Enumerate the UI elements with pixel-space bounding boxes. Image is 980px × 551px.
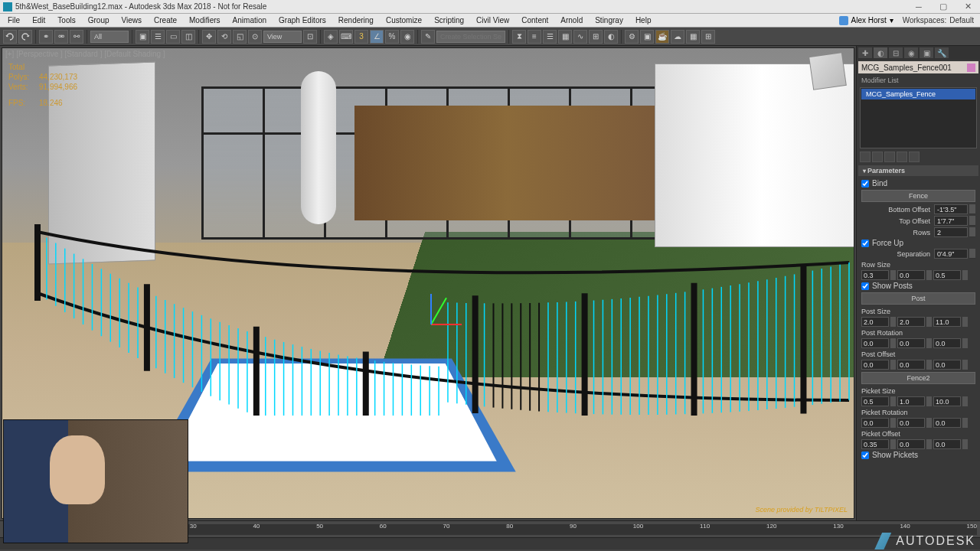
render-setup-button[interactable]: ⚙ [625,30,639,44]
show-result-button[interactable] [872,152,883,162]
layers-button[interactable]: ☰ [543,30,557,44]
workspace-selector[interactable]: Workspaces: Default [898,16,978,24]
fence2-button[interactable]: Fence2 [861,372,975,384]
modify-tab[interactable]: ◐ [874,47,887,58]
showpickets-checkbox[interactable]: Show Pickets [861,450,975,460]
render-a360-button[interactable]: ☁ [671,30,684,44]
picketsize-z[interactable] [933,396,961,406]
picketrot-z[interactable] [933,418,961,428]
render-online-button[interactable]: ⊞ [701,30,715,44]
postrot-z[interactable] [933,338,961,348]
postoff-y[interactable] [897,360,925,370]
rowsize-x[interactable] [861,270,889,280]
parameters-rollout[interactable]: Parameters [858,165,978,176]
picketoff-z[interactable] [933,439,961,449]
edit-named-sel-button[interactable]: ✎ [421,30,435,44]
menu-arnold[interactable]: Arnold [554,16,589,24]
window-crossing-button[interactable]: ◫ [181,30,195,44]
object-color-swatch[interactable] [967,64,975,72]
postsize-z[interactable] [933,317,961,327]
menu-create[interactable]: Create [148,16,183,24]
configure-button[interactable] [909,152,920,162]
percent-snap-button[interactable]: % [385,30,399,44]
render-button[interactable]: ☕ [655,30,669,44]
postsize-x[interactable] [861,317,889,327]
select-object-button[interactable]: ▣ [136,30,149,44]
user-account[interactable]: Alex Horst ▾ [835,16,898,25]
close-button[interactable]: ✕ [959,2,977,11]
unlink-button[interactable]: ⚮ [54,30,68,44]
curve-editor-button[interactable]: ∿ [573,30,587,44]
fence-button[interactable]: Fence [861,190,975,202]
motion-tab[interactable]: ◉ [904,47,918,58]
postoff-x[interactable] [861,360,889,370]
spinner-snap-button[interactable]: ◉ [400,30,414,44]
spinner[interactable] [969,216,975,226]
use-center-button[interactable]: ⊡ [303,30,317,44]
menu-scripting[interactable]: Scripting [428,16,470,24]
picketrot-x[interactable] [861,418,889,428]
menu-grapheditors[interactable]: Graph Editors [273,16,332,24]
picketsize-y[interactable] [897,396,925,406]
rowsize-y[interactable] [897,270,925,280]
picketrot-y[interactable] [897,418,925,428]
open-a360-button[interactable]: ▦ [686,30,700,44]
viewport-label[interactable]: [+] [Perspective ] [Standard ] [Default … [5,50,165,58]
menu-tools[interactable]: Tools [51,16,81,24]
mirror-button[interactable]: ⧗ [512,30,526,44]
viewcube[interactable] [808,52,847,90]
select-rect-button[interactable]: ▭ [166,30,180,44]
postrot-y[interactable] [897,338,925,348]
modifier-item[interactable]: MCG_Samples_Fence [861,89,975,99]
snap-button[interactable]: 3 [354,30,368,44]
angle-snap-button[interactable]: ∠ [370,30,384,44]
scale-button[interactable]: ◱ [233,30,247,44]
postoff-z[interactable] [933,360,961,370]
picketsize-x[interactable] [861,396,889,406]
select-name-button[interactable]: ☰ [151,30,165,44]
remove-mod-button[interactable] [897,152,907,162]
ref-coord-system[interactable] [263,31,302,43]
postsize-y[interactable] [897,317,925,327]
manipulate-button[interactable]: ◈ [324,30,338,44]
picketoff-y[interactable] [897,439,925,449]
menu-customize[interactable]: Customize [380,16,428,24]
undo-button[interactable] [3,30,17,44]
schematic-button[interactable]: ⊞ [589,30,603,44]
menu-views[interactable]: Views [116,16,149,24]
modifier-list-label[interactable]: Modifier List [857,75,980,86]
align-button[interactable]: ≡ [528,30,541,44]
menu-modifiers[interactable]: Modifiers [183,16,227,24]
postrot-x[interactable] [861,338,889,348]
maximize-button[interactable]: ▢ [934,2,952,11]
selection-filter[interactable] [90,31,129,43]
create-tab[interactable]: ✚ [858,47,872,58]
utilities-tab[interactable]: 🔧 [935,47,949,58]
rotate-button[interactable]: ⟲ [217,30,231,44]
picketoff-x[interactable] [861,439,889,449]
keyboard-button[interactable]: ⌨ [339,30,353,44]
object-name-field[interactable]: MCG_Samples_Fence001 [858,61,978,73]
bind-checkbox[interactable]: Bind [861,178,975,188]
move-button[interactable]: ✥ [202,30,216,44]
bottom-offset-input[interactable] [934,204,968,214]
post-button[interactable]: Post [861,292,975,305]
menu-help[interactable]: Help [629,16,658,24]
spinner[interactable] [969,227,975,237]
separation-input[interactable] [934,249,968,259]
placement-button[interactable]: ⊙ [248,30,262,44]
spinner[interactable] [969,249,975,259]
forceup-checkbox[interactable]: Force Up [861,238,975,248]
make-unique-button[interactable] [884,152,895,162]
menu-file[interactable]: File [2,16,26,24]
redo-button[interactable] [18,30,32,44]
menu-rendering[interactable]: Rendering [332,16,380,24]
menu-animation[interactable]: Animation [227,16,273,24]
pin-stack-button[interactable] [860,152,871,162]
render-frame-button[interactable]: ▣ [640,30,654,44]
showposts-checkbox[interactable]: Show Posts [861,281,975,291]
menu-content[interactable]: Content [515,16,554,24]
spinner[interactable] [969,204,975,214]
modifier-stack[interactable]: MCG_Samples_Fence [860,87,977,148]
hierarchy-tab[interactable]: ⊟ [889,47,903,58]
